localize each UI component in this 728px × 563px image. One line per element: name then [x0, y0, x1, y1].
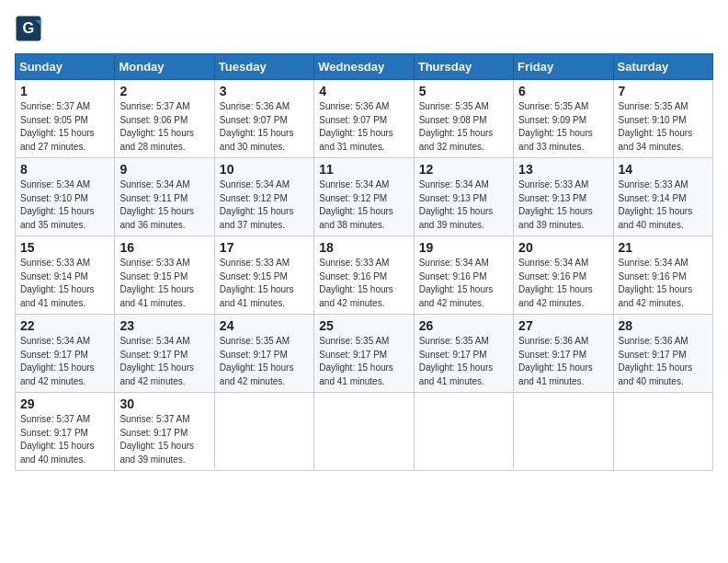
calendar-cell: [314, 393, 414, 471]
calendar-cell: 3 Sunrise: 5:36 AMSunset: 9:07 PMDayligh…: [214, 80, 313, 158]
calendar-cell: 11 Sunrise: 5:34 AMSunset: 9:12 PMDaylig…: [314, 158, 414, 236]
day-number: 2: [119, 84, 209, 98]
day-number: 18: [319, 240, 408, 255]
day-number: 3: [220, 84, 309, 98]
day-number: 4: [319, 84, 408, 98]
day-info: Sunrise: 5:37 AMSunset: 9:05 PMDaylight:…: [20, 101, 95, 152]
day-info: Sunrise: 5:36 AMSunset: 9:07 PMDaylight:…: [220, 101, 294, 152]
svg-text:G: G: [23, 19, 35, 36]
day-number: 13: [518, 162, 608, 177]
day-info: Sunrise: 5:35 AMSunset: 9:10 PMDaylight:…: [619, 101, 693, 152]
day-info: Sunrise: 5:37 AMSunset: 9:06 PMDaylight:…: [119, 101, 194, 152]
day-info: Sunrise: 5:37 AMSunset: 9:17 PMDaylight:…: [119, 414, 194, 465]
day-info: Sunrise: 5:35 AMSunset: 9:17 PMDaylight:…: [220, 336, 294, 386]
day-info: Sunrise: 5:33 AMSunset: 9:14 PMDaylight:…: [619, 179, 693, 230]
day-info: Sunrise: 5:36 AMSunset: 9:07 PMDaylight:…: [319, 101, 393, 152]
day-info: Sunrise: 5:36 AMSunset: 9:17 PMDaylight:…: [518, 336, 593, 386]
day-number: 9: [119, 162, 209, 177]
day-info: Sunrise: 5:34 AMSunset: 9:12 PMDaylight:…: [220, 179, 294, 230]
column-header-saturday: Saturday: [613, 54, 712, 80]
week-row-5: 29 Sunrise: 5:37 AMSunset: 9:17 PMDaylig…: [16, 393, 713, 471]
calendar-cell: 4 Sunrise: 5:36 AMSunset: 9:07 PMDayligh…: [314, 80, 414, 158]
day-number: 26: [419, 318, 508, 333]
day-info: Sunrise: 5:34 AMSunset: 9:13 PMDaylight:…: [419, 179, 494, 230]
week-row-2: 8 Sunrise: 5:34 AMSunset: 9:10 PMDayligh…: [16, 158, 713, 236]
day-info: Sunrise: 5:34 AMSunset: 9:10 PMDaylight:…: [20, 179, 95, 230]
day-number: 14: [619, 162, 708, 177]
day-number: 20: [518, 240, 608, 255]
day-number: 7: [619, 84, 708, 98]
logo: G: [15, 15, 46, 42]
calendar-cell: 6 Sunrise: 5:35 AMSunset: 9:09 PMDayligh…: [514, 80, 613, 158]
day-info: Sunrise: 5:34 AMSunset: 9:11 PMDaylight:…: [119, 179, 194, 230]
calendar-cell: 29 Sunrise: 5:37 AMSunset: 9:17 PMDaylig…: [16, 393, 115, 471]
day-info: Sunrise: 5:33 AMSunset: 9:15 PMDaylight:…: [119, 258, 194, 308]
column-header-friday: Friday: [514, 54, 613, 80]
day-number: 10: [220, 162, 309, 177]
day-number: 17: [220, 240, 309, 255]
calendar-cell: 20 Sunrise: 5:34 AMSunset: 9:16 PMDaylig…: [514, 236, 613, 315]
calendar-header-row: SundayMondayTuesdayWednesdayThursdayFrid…: [16, 54, 713, 80]
day-info: Sunrise: 5:35 AMSunset: 9:09 PMDaylight:…: [518, 101, 593, 152]
calendar-cell: 1 Sunrise: 5:37 AMSunset: 9:05 PMDayligh…: [16, 80, 115, 158]
day-number: 1: [20, 84, 109, 98]
day-number: 30: [119, 396, 209, 411]
calendar-cell: 23 Sunrise: 5:34 AMSunset: 9:17 PMDaylig…: [115, 315, 214, 393]
day-number: 16: [119, 240, 209, 255]
calendar-cell: 17 Sunrise: 5:33 AMSunset: 9:15 PMDaylig…: [214, 236, 313, 315]
calendar-cell: 2 Sunrise: 5:37 AMSunset: 9:06 PMDayligh…: [115, 80, 214, 158]
column-header-tuesday: Tuesday: [214, 54, 313, 80]
calendar-cell: 12 Sunrise: 5:34 AMSunset: 9:13 PMDaylig…: [414, 158, 513, 236]
day-info: Sunrise: 5:33 AMSunset: 9:15 PMDaylight:…: [220, 258, 294, 308]
day-number: 11: [319, 162, 408, 177]
day-info: Sunrise: 5:34 AMSunset: 9:17 PMDaylight:…: [119, 336, 194, 386]
day-number: 8: [20, 162, 109, 177]
day-number: 21: [619, 240, 708, 255]
day-number: 5: [419, 84, 508, 98]
day-number: 22: [20, 318, 109, 333]
calendar-cell: 13 Sunrise: 5:33 AMSunset: 9:13 PMDaylig…: [514, 158, 613, 236]
day-info: Sunrise: 5:33 AMSunset: 9:13 PMDaylight:…: [518, 179, 593, 230]
column-header-sunday: Sunday: [16, 54, 115, 80]
day-info: Sunrise: 5:34 AMSunset: 9:16 PMDaylight:…: [419, 258, 494, 308]
day-number: 23: [119, 318, 209, 333]
day-info: Sunrise: 5:34 AMSunset: 9:12 PMDaylight:…: [319, 179, 393, 230]
calendar-cell: 21 Sunrise: 5:34 AMSunset: 9:16 PMDaylig…: [613, 236, 712, 315]
day-info: Sunrise: 5:34 AMSunset: 9:17 PMDaylight:…: [20, 336, 95, 386]
day-info: Sunrise: 5:34 AMSunset: 9:16 PMDaylight:…: [518, 258, 593, 308]
day-number: 12: [419, 162, 508, 177]
calendar-cell: 19 Sunrise: 5:34 AMSunset: 9:16 PMDaylig…: [414, 236, 513, 315]
day-number: 24: [220, 318, 309, 333]
day-number: 27: [518, 318, 608, 333]
calendar-cell: 5 Sunrise: 5:35 AMSunset: 9:08 PMDayligh…: [414, 80, 513, 158]
day-info: Sunrise: 5:35 AMSunset: 9:08 PMDaylight:…: [419, 101, 494, 152]
calendar-cell: 27 Sunrise: 5:36 AMSunset: 9:17 PMDaylig…: [514, 315, 613, 393]
column-header-monday: Monday: [115, 54, 214, 80]
day-info: Sunrise: 5:35 AMSunset: 9:17 PMDaylight:…: [419, 336, 494, 386]
day-info: Sunrise: 5:36 AMSunset: 9:17 PMDaylight:…: [619, 336, 693, 386]
week-row-1: 1 Sunrise: 5:37 AMSunset: 9:05 PMDayligh…: [16, 80, 713, 158]
week-row-4: 22 Sunrise: 5:34 AMSunset: 9:17 PMDaylig…: [16, 315, 713, 393]
calendar-cell: 24 Sunrise: 5:35 AMSunset: 9:17 PMDaylig…: [214, 315, 313, 393]
calendar-cell: [214, 393, 313, 471]
calendar-cell: 15 Sunrise: 5:33 AMSunset: 9:14 PMDaylig…: [16, 236, 115, 315]
day-number: 29: [20, 396, 109, 411]
calendar-cell: 25 Sunrise: 5:35 AMSunset: 9:17 PMDaylig…: [314, 315, 414, 393]
calendar-cell: 8 Sunrise: 5:34 AMSunset: 9:10 PMDayligh…: [16, 158, 115, 236]
calendar-cell: 7 Sunrise: 5:35 AMSunset: 9:10 PMDayligh…: [613, 80, 712, 158]
day-info: Sunrise: 5:35 AMSunset: 9:17 PMDaylight:…: [319, 336, 393, 386]
day-number: 28: [619, 318, 708, 333]
calendar-cell: 10 Sunrise: 5:34 AMSunset: 9:12 PMDaylig…: [214, 158, 313, 236]
calendar-cell: 26 Sunrise: 5:35 AMSunset: 9:17 PMDaylig…: [414, 315, 513, 393]
week-row-3: 15 Sunrise: 5:33 AMSunset: 9:14 PMDaylig…: [16, 236, 713, 315]
calendar-cell: 16 Sunrise: 5:33 AMSunset: 9:15 PMDaylig…: [115, 236, 214, 315]
calendar-cell: 30 Sunrise: 5:37 AMSunset: 9:17 PMDaylig…: [115, 393, 214, 471]
day-info: Sunrise: 5:33 AMSunset: 9:14 PMDaylight:…: [20, 258, 95, 308]
day-number: 15: [20, 240, 109, 255]
calendar-cell: 28 Sunrise: 5:36 AMSunset: 9:17 PMDaylig…: [613, 315, 712, 393]
day-number: 6: [518, 84, 608, 98]
calendar-cell: 14 Sunrise: 5:33 AMSunset: 9:14 PMDaylig…: [613, 158, 712, 236]
calendar-cell: 18 Sunrise: 5:33 AMSunset: 9:16 PMDaylig…: [314, 236, 414, 315]
calendar: SundayMondayTuesdayWednesdayThursdayFrid…: [15, 53, 713, 471]
calendar-cell: 9 Sunrise: 5:34 AMSunset: 9:11 PMDayligh…: [115, 158, 214, 236]
